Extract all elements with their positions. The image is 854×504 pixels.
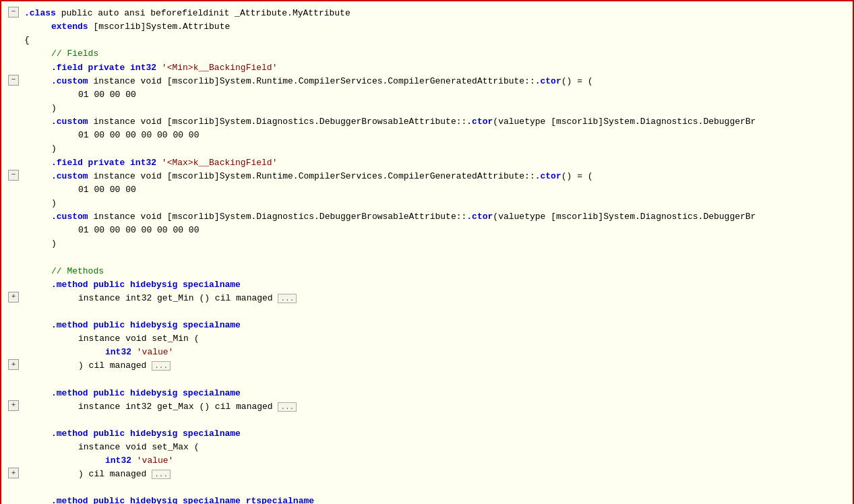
code-text: 01 00 00 00 00 00 00 00 bbox=[23, 129, 850, 142]
code-text: ) bbox=[23, 142, 850, 156]
code-token: private int32 bbox=[83, 63, 162, 73]
collapse-minus-btn[interactable]: − bbox=[8, 7, 19, 18]
gutter-cell: + bbox=[4, 400, 23, 411]
code-text: instance int32 get_Max () cil managed ..… bbox=[23, 400, 850, 414]
collapse-minus-btn[interactable]: − bbox=[8, 170, 19, 181]
code-text: // Methods bbox=[23, 265, 850, 278]
gutter-cell: − bbox=[4, 7, 23, 18]
code-token: // Methods bbox=[51, 266, 104, 276]
code-token: _Attribute.MyAttribute bbox=[235, 8, 350, 18]
collapse-minus-btn[interactable]: − bbox=[8, 75, 19, 86]
code-text: .method public hidebysig specialname bbox=[23, 387, 850, 400]
code-token: 01 00 00 00 00 00 00 00 bbox=[78, 130, 199, 140]
gutter-cell: + bbox=[4, 292, 23, 303]
code-token: instance void [mscorlib]System.Diagnosti… bbox=[88, 117, 467, 127]
code-token: { bbox=[24, 35, 30, 45]
code-line: .custom instance void [mscorlib]System.D… bbox=[4, 210, 850, 224]
code-line: // Fields bbox=[4, 47, 850, 61]
code-text: .method public hidebysig specialname bbox=[23, 319, 850, 332]
code-token: .custom bbox=[51, 212, 88, 222]
code-token: (valuetype [mscorlib]System.Diagnostics.… bbox=[493, 117, 756, 127]
code-token: 01 00 00 00 bbox=[78, 185, 136, 195]
code-line: ) bbox=[4, 197, 850, 210]
code-text: ) cil managed ... bbox=[23, 359, 850, 373]
code-text: // Fields bbox=[23, 47, 850, 61]
code-text: { bbox=[23, 34, 850, 47]
code-token: () = ( bbox=[561, 76, 593, 86]
code-token: .method bbox=[51, 280, 88, 290]
code-text: .custom instance void [mscorlib]System.R… bbox=[23, 170, 850, 183]
collapse-plus-btn[interactable]: + bbox=[8, 292, 19, 303]
code-line: 01 00 00 00 00 00 00 00 bbox=[4, 224, 850, 237]
code-text: 01 00 00 00 bbox=[23, 88, 850, 102]
code-token: .custom bbox=[51, 117, 88, 127]
gutter-cell: + bbox=[4, 359, 23, 370]
code-token: 'value' bbox=[137, 347, 174, 357]
collapse-plus-btn[interactable]: + bbox=[8, 468, 19, 478]
code-line bbox=[4, 481, 850, 495]
collapse-plus-btn[interactable]: + bbox=[8, 359, 19, 370]
code-text: .method public hidebysig specialname bbox=[23, 278, 850, 292]
code-line: .method public hidebysig specialname bbox=[4, 319, 850, 332]
code-token: .method bbox=[51, 320, 88, 330]
code-token: int32 bbox=[105, 455, 137, 466]
code-text: extends [mscorlib]System.Attribute bbox=[23, 20, 850, 34]
code-line: 01 00 00 00 bbox=[4, 183, 850, 197]
code-line: −.class public auto ansi beforefieldinit… bbox=[4, 7, 850, 20]
code-token: (valuetype [mscorlib]System.Diagnostics.… bbox=[493, 212, 756, 222]
code-token: () = ( bbox=[561, 171, 593, 181]
code-token: 01 00 00 00 00 00 00 00 bbox=[78, 225, 199, 235]
code-line bbox=[4, 251, 850, 265]
code-token: .ctor bbox=[466, 117, 493, 127]
code-line: .field private int32 '<Min>k__BackingFie… bbox=[4, 61, 850, 75]
code-text: ) bbox=[23, 102, 850, 115]
code-text: .custom instance void [mscorlib]System.R… bbox=[23, 75, 850, 88]
code-token: instance void [mscorlib]System.Diagnosti… bbox=[88, 212, 467, 222]
code-token: instance bbox=[78, 334, 120, 344]
code-line: ) bbox=[4, 237, 850, 251]
code-line: instance void set_Min ( bbox=[4, 332, 850, 346]
code-text: int32 'value' bbox=[23, 454, 850, 468]
code-token: 01 00 00 00 bbox=[78, 90, 136, 100]
code-token: ) bbox=[51, 198, 57, 208]
collapse-plus-btn[interactable]: + bbox=[8, 400, 19, 411]
ellipsis-indicator[interactable]: ... bbox=[278, 402, 297, 412]
code-token: instance bbox=[78, 293, 120, 303]
ellipsis-indicator[interactable]: ... bbox=[278, 294, 297, 303]
code-line: .method public hidebysig specialname bbox=[4, 427, 850, 441]
code-token: instance void [mscorlib]System.Runtime.C… bbox=[88, 171, 535, 181]
code-token: ) bbox=[51, 239, 57, 249]
code-text: instance void set_Max ( bbox=[23, 441, 850, 454]
code-line: +) cil managed ... bbox=[4, 359, 850, 373]
ellipsis-indicator[interactable]: ... bbox=[152, 361, 171, 371]
code-line: .method public hidebysig specialname rts… bbox=[4, 495, 850, 504]
code-token: ) cil managed bbox=[78, 360, 152, 371]
code-token: int32 get_Max () cil managed bbox=[120, 402, 278, 412]
code-token: public hidebysig specialname bbox=[88, 320, 241, 330]
code-text: .field private int32 '<Min>k__BackingFie… bbox=[23, 61, 850, 75]
code-token: public auto ansi beforefieldinit bbox=[56, 8, 235, 18]
code-token: public hidebysig specialname bbox=[88, 429, 241, 439]
code-text: int32 'value' bbox=[23, 346, 850, 359]
code-text: 01 00 00 00 bbox=[23, 183, 850, 197]
code-token: instance bbox=[78, 402, 120, 412]
code-text: instance void set_Min ( bbox=[23, 332, 850, 346]
gutter-cell: − bbox=[4, 75, 23, 86]
code-text: 01 00 00 00 00 00 00 00 bbox=[23, 224, 850, 237]
code-token: instance void [mscorlib]System.Runtime.C… bbox=[88, 76, 535, 86]
code-text: ) cil managed ... bbox=[23, 468, 850, 481]
code-token: instance bbox=[78, 442, 120, 452]
ellipsis-indicator[interactable]: ... bbox=[152, 470, 171, 479]
code-token: public hidebysig specialname rtspecialna… bbox=[88, 496, 314, 504]
code-line: .field private int32 '<Max>k__BackingFie… bbox=[4, 156, 850, 170]
code-line: 01 00 00 00 00 00 00 00 bbox=[4, 129, 850, 142]
code-line bbox=[4, 414, 850, 427]
code-line: int32 'value' bbox=[4, 454, 850, 468]
code-token: .field bbox=[51, 158, 83, 168]
code-line: +) cil managed ... bbox=[4, 468, 850, 481]
code-text: ) bbox=[23, 197, 850, 210]
code-token: // Fields bbox=[51, 49, 98, 59]
code-token: 'value' bbox=[137, 455, 174, 466]
code-line: 01 00 00 00 bbox=[4, 88, 850, 102]
code-token: .ctor bbox=[535, 171, 561, 181]
